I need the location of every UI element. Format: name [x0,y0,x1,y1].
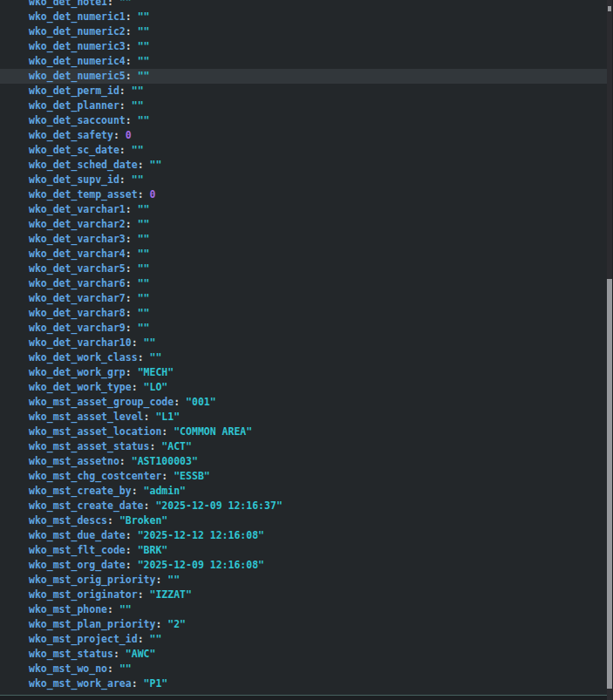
property-row[interactable]: wko_det_varchar2: "" [0,217,607,232]
property-row[interactable]: wko_mst_plan_priority: "2" [0,617,607,632]
scrollbar-thumb[interactable] [607,279,612,689]
property-key: wko_mst_org_date [29,559,126,571]
property-key: wko_det_safety [29,129,113,141]
property-row[interactable]: wko_mst_due_date: "2025-12-12 12:16:08" [0,528,607,543]
property-value: "" [138,203,150,215]
property-value: "MECH" [138,366,174,378]
property-key: wko_mst_originator [29,588,138,601]
property-row[interactable]: wko_det_sched_date: "" [0,158,607,173]
colon-separator: : [132,485,144,497]
property-row[interactable]: wko_det_numeric2: "" [0,24,607,39]
property-row[interactable]: wko_det_note1: "" [0,0,607,10]
property-value: "" [149,159,161,171]
property-row[interactable]: wko_mst_asset_status: "ACT" [0,439,607,454]
property-key: wko_mst_asset_group_code [29,396,174,408]
property-row[interactable]: wko_det_varchar1: "" [0,202,607,217]
property-key: wko_mst_wo_no [29,663,107,675]
property-value: "ACT" [161,440,192,452]
property-row[interactable]: wko_mst_chg_costcenter: "ESSB" [0,469,607,484]
property-row[interactable]: wko_mst_work_area: "P1" [0,676,607,691]
property-row[interactable]: wko_det_varchar9: "" [0,321,607,336]
colon-separator: : [126,262,138,275]
property-key: wko_det_sc_date [29,144,119,156]
property-row[interactable]: wko_mst_asset_level: "L1" [0,410,607,425]
property-row[interactable]: wko_det_saccount: "" [0,113,607,128]
property-row[interactable]: wko_det_varchar8: "" [0,306,607,321]
property-row[interactable]: wko_mst_status: "AWC" [0,647,607,662]
property-row[interactable]: wko_det_numeric5: "" [0,69,607,84]
vertical-scrollbar[interactable] [607,0,613,700]
property-key: wko_det_work_class [29,351,138,364]
colon-separator: : [126,233,138,245]
colon-separator: : [126,529,138,541]
property-row[interactable]: wko_mst_org_date: "2025-12-09 12:16:08" [0,558,607,573]
property-value: "" [138,248,150,260]
panel-below-border-area [0,696,613,700]
colon-separator: : [161,425,174,438]
property-value: "ESSB" [174,470,210,482]
property-row[interactable]: wko_det_varchar3: "" [0,232,607,247]
property-row[interactable]: wko_det_temp_asset: 0 [0,187,607,202]
colon-separator: : [119,99,132,112]
colon-separator: : [132,381,144,393]
property-row[interactable]: wko_mst_project_id: "" [0,632,607,647]
colon-separator: : [126,366,138,378]
property-key: wko_mst_status [29,648,113,660]
property-key: wko_mst_phone [29,603,107,615]
property-key: wko_mst_asset_status [29,440,149,452]
property-key: wko_det_saccount [29,114,126,126]
property-row[interactable]: wko_mst_create_date: "2025-12-09 12:16:3… [0,499,607,513]
property-row[interactable]: wko_det_work_grp: "MECH" [0,365,607,380]
property-row[interactable]: wko_det_work_type: "LO" [0,380,607,395]
property-row[interactable]: wko_det_varchar10: "" [0,336,607,350]
property-key: wko_mst_assetno [29,455,119,467]
colon-separator: : [113,648,126,660]
property-row[interactable]: wko_det_varchar7: "" [0,291,607,306]
property-key: wko_det_note1 [29,0,107,8]
colon-separator: : [132,336,144,349]
property-row[interactable]: wko_mst_descs: "Broken" [0,513,607,528]
property-row[interactable]: wko_mst_phone: "" [0,602,607,617]
property-row[interactable]: wko_det_varchar6: "" [0,276,607,291]
property-value: "" [138,218,150,230]
property-value: "" [138,277,150,289]
property-value: "" [138,55,150,67]
scroll-up-arrow-icon[interactable] [608,6,611,11]
property-row[interactable]: wko_mst_assetno: "AST100003" [0,454,607,469]
property-value: "" [138,292,150,304]
property-row[interactable]: wko_det_numeric3: "" [0,39,607,54]
property-row[interactable]: wko_mst_asset_group_code: "001" [0,395,607,410]
property-value: "P1" [144,677,168,690]
colon-separator: : [126,248,138,260]
property-key: wko_det_numeric3 [29,40,126,52]
property-row[interactable]: wko_mst_orig_priority: "" [0,573,607,588]
property-row[interactable]: wko_det_varchar4: "" [0,247,607,262]
property-key: wko_mst_work_area [29,677,132,690]
property-row[interactable]: wko_mst_create_by: "admin" [0,484,607,499]
colon-separator: : [126,322,138,334]
property-key: wko_det_sched_date [29,159,138,171]
property-key: wko_det_varchar8 [29,307,126,319]
property-row[interactable]: wko_det_numeric4: "" [0,54,607,69]
property-row[interactable]: wko_det_safety: 0 [0,128,607,143]
colon-separator: : [138,159,150,171]
property-row[interactable]: wko_det_numeric1: "" [0,10,607,24]
property-value: "IZZAT" [149,588,191,601]
property-row[interactable]: wko_det_varchar5: "" [0,262,607,276]
colon-separator: : [155,574,167,586]
property-value: "" [119,0,132,8]
property-value: "COMMON AREA" [174,425,252,438]
json-object-panel: wko_det_note1: ""wko_det_numeric1: ""wko… [0,0,613,700]
property-row[interactable]: wko_det_work_class: "" [0,350,607,365]
property-row[interactable]: wko_mst_wo_no: "" [0,662,607,676]
colon-separator: : [126,307,138,319]
property-value: "" [132,144,144,156]
property-row[interactable]: wko_det_sc_date: "" [0,143,607,158]
property-row[interactable]: wko_det_perm_id: "" [0,84,607,99]
property-row[interactable]: wko_det_planner: "" [0,99,607,113]
property-row[interactable]: wko_mst_flt_code: "BRK" [0,543,607,558]
property-row[interactable]: wko_det_supv_id: "" [0,173,607,187]
property-row[interactable]: wko_mst_originator: "IZZAT" [0,588,607,602]
property-row[interactable]: wko_mst_asset_location: "COMMON AREA" [0,425,607,439]
property-value: "" [149,633,161,645]
